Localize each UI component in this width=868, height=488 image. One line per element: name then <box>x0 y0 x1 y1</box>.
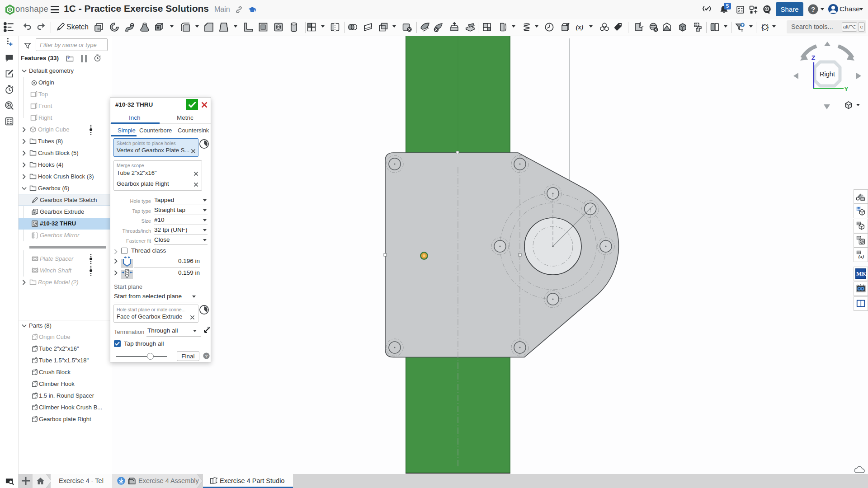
svg-text:?: ? <box>811 5 815 13</box>
svg-text:}: } <box>767 23 769 31</box>
svg-text:Right: Right <box>820 70 835 78</box>
svg-text:Z: Z <box>811 54 816 61</box>
svg-text:(x): (x) <box>576 23 584 31</box>
svg-text:(x): (x) <box>859 253 864 259</box>
svg-text:?: ? <box>205 353 208 358</box>
svg-text:Y: Y <box>844 85 849 93</box>
